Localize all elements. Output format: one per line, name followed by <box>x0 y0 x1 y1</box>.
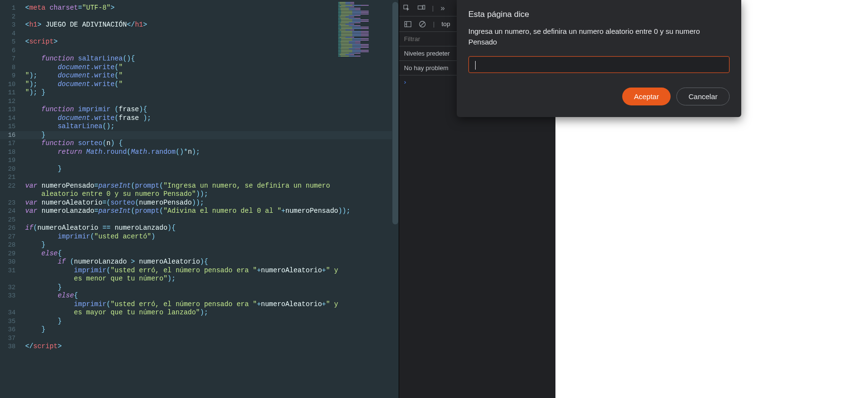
device-toggle-icon[interactable] <box>418 4 425 12</box>
browser-preview-pane: Esta página dice Ingresa un numero, se d… <box>555 0 868 398</box>
accept-button[interactable]: Aceptar <box>622 88 671 105</box>
more-icon[interactable]: » <box>440 4 448 12</box>
js-prompt-dialog: Esta página dice Ingresa un numero, se d… <box>457 0 741 117</box>
console-prompt-marker: › <box>404 78 406 86</box>
inspect-element-icon[interactable] <box>403 4 411 12</box>
dialog-title: Esta página dice <box>468 10 730 19</box>
dialog-input[interactable] <box>468 56 730 73</box>
cancel-button[interactable]: Cancelar <box>676 88 730 105</box>
svg-line-6 <box>420 22 424 26</box>
line-number-gutter: 12345678910111213141516171819202122 2324… <box>0 0 19 398</box>
editor-scrollbar-thumb[interactable] <box>392 2 398 224</box>
editor-scrollbar-track[interactable] <box>392 0 399 398</box>
issues-label: No hay problem <box>404 64 449 72</box>
dialog-message: Ingresa un numero, se definira un numero… <box>468 26 730 47</box>
dialog-button-row: Aceptar Cancelar <box>468 88 730 105</box>
svg-rect-2 <box>423 5 425 9</box>
separator: | <box>433 20 434 28</box>
clear-console-icon[interactable] <box>419 20 426 28</box>
console-sidebar-toggle-icon[interactable] <box>404 20 412 28</box>
log-levels-label: Niveles predeter <box>404 50 450 57</box>
svg-rect-1 <box>418 6 422 9</box>
code-editor-pane: 12345678910111213141516171819202122 2324… <box>0 0 399 398</box>
context-selector[interactable]: top <box>441 20 450 28</box>
separator: | <box>432 4 434 12</box>
minimap[interactable] <box>338 2 391 60</box>
text-cursor <box>475 61 476 70</box>
